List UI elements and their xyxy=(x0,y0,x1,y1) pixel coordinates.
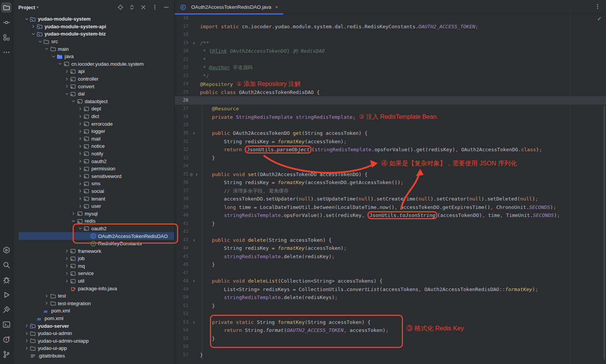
tree-item-yudao-module-system-api[interactable]: yudao-module-system-api xyxy=(19,23,174,31)
chevron-right-icon[interactable] xyxy=(77,189,83,193)
code-line-22[interactable]: 22 * @author 芋道源码 xyxy=(175,63,606,72)
chevron-right-icon[interactable] xyxy=(63,256,70,261)
code-line-56[interactable]: 56 xyxy=(175,343,606,351)
chevron-right-icon[interactable] xyxy=(23,324,30,328)
chevron-right-icon[interactable] xyxy=(77,196,83,201)
chevron-down-icon[interactable] xyxy=(70,99,77,104)
tree-item-test-integration[interactable]: test-integration xyxy=(19,300,174,307)
chevron-right-icon[interactable] xyxy=(77,107,83,111)
more-vertical-icon[interactable] xyxy=(152,4,158,10)
chevron-right-icon[interactable] xyxy=(77,174,83,178)
chevron-down-icon[interactable] xyxy=(37,39,43,44)
chevron-down-icon[interactable] xyxy=(77,226,83,231)
code-line-17[interactable]: 17import static cn.iocoder.yudao.module.… xyxy=(175,23,606,31)
chevron-right-icon[interactable] xyxy=(77,151,83,156)
chevron-right-icon[interactable] xyxy=(44,301,50,306)
tree-item-dal[interactable]: dal xyxy=(19,90,174,98)
chevron-right-icon[interactable] xyxy=(63,279,70,283)
tree-item-main[interactable]: main xyxy=(19,45,174,53)
code-line-27[interactable]: 27 @Resource xyxy=(175,105,606,113)
code-line-50[interactable]: 50 stringRedisTemplate.delete(redisKeys)… xyxy=(175,293,606,302)
chevron-right-icon[interactable] xyxy=(63,84,70,89)
code-line-57[interactable]: 57} xyxy=(175,351,606,359)
tree-item-test[interactable]: test xyxy=(19,292,174,300)
activity-button-git-branch[interactable] xyxy=(1,349,11,359)
chevron-right-icon[interactable] xyxy=(77,181,83,186)
activity-button-structure[interactable] xyxy=(1,32,11,42)
code-line-51[interactable]: 51 } xyxy=(175,302,606,310)
tree-item-src[interactable]: src xyxy=(19,38,174,45)
chevron-right-icon[interactable] xyxy=(23,331,30,336)
code-line-48[interactable]: 48∨ public void deleteList(Collection<St… xyxy=(175,277,606,285)
tree-item-pom-xml[interactable]: mpom.xml xyxy=(19,307,174,315)
locate-icon[interactable] xyxy=(117,4,123,10)
tree-item--gitattributes[interactable]: .gitattributes xyxy=(19,352,174,360)
chevron-right-icon[interactable] xyxy=(23,338,30,343)
code-line-24[interactable]: 24@Repository ① 添加 Repository 注解 xyxy=(175,80,606,88)
code-line-35[interactable]: 35@ ∨ public void set(OAuth2AccessTokenD… xyxy=(175,170,606,179)
code-line-45[interactable]: 45 stringRedisTemplate.delete(redisKey); xyxy=(175,252,606,261)
tree-item-pom-xml[interactable]: mpom.xml xyxy=(19,315,174,322)
chevron-right-icon[interactable] xyxy=(63,69,70,74)
chevron-right-icon[interactable] xyxy=(30,24,37,29)
code-line-16[interactable]: 16 xyxy=(175,14,606,23)
code-line-20[interactable]: 20 * {@link OAuth2AccessTokenDO} 的 Redis… xyxy=(175,47,606,55)
chevron-right-icon[interactable] xyxy=(63,77,70,81)
code-line-53[interactable]: 53∨ private static String formatKey(Stri… xyxy=(175,318,606,327)
fold-arrow-icon[interactable]: ∨ xyxy=(188,236,200,244)
tree-item-job[interactable]: job xyxy=(19,255,174,262)
code-line-23[interactable]: 23 */ xyxy=(175,72,606,80)
tree-item-util[interactable]: util xyxy=(19,277,174,285)
code-line-42[interactable]: 42 xyxy=(175,228,606,236)
tree-item-yudao-ui-app[interactable]: yudao-ui-app xyxy=(19,345,174,352)
tree-item-framework[interactable]: framework xyxy=(19,247,174,255)
close-icon[interactable]: × xyxy=(275,4,279,10)
activity-button-terminal[interactable] xyxy=(1,319,11,330)
code-line-21[interactable]: 21 * xyxy=(175,55,606,64)
fold-arrow-icon[interactable]: ∨ xyxy=(188,318,200,327)
chevron-right-icon[interactable] xyxy=(77,121,83,126)
activity-button-commit[interactable] xyxy=(1,17,11,28)
code-line-47[interactable]: 47 xyxy=(175,269,606,277)
code-line-29[interactable]: 29 xyxy=(175,121,606,129)
tree-item-social[interactable]: social xyxy=(19,188,174,195)
chevron-down-icon[interactable] xyxy=(63,92,70,96)
tree-item-dataobject[interactable]: dataobject xyxy=(19,98,174,105)
tree-item-logger[interactable]: logger xyxy=(19,128,174,135)
tree-item-api[interactable]: api xyxy=(19,68,174,75)
fold-arrow-icon[interactable]: ∨ xyxy=(188,129,200,138)
chevron-right-icon[interactable] xyxy=(63,249,70,253)
project-panel-title[interactable]: Project xyxy=(18,5,35,10)
tree-item-mysql[interactable]: mysql xyxy=(19,210,174,217)
chevron-right-icon[interactable] xyxy=(63,271,70,276)
chevron-down-icon[interactable] xyxy=(57,61,63,66)
code-line-55[interactable]: 55 } xyxy=(175,335,606,343)
tree-item-yudao-module-system-biz[interactable]: yudao-module-system-biz xyxy=(19,30,174,38)
code-line-39[interactable]: 39 long time = LocalDateTimeUtil.between… xyxy=(175,203,606,212)
tree-item-mail[interactable]: mail xyxy=(19,135,174,143)
expand-all-icon[interactable] xyxy=(129,4,135,10)
scrollbar-thumb[interactable] xyxy=(603,106,605,360)
tree-item-controller[interactable]: controller xyxy=(19,75,174,83)
code-line-32[interactable]: 32 return JsonUtils.parseObject(stringRe… xyxy=(175,146,606,154)
activity-button-project-folder[interactable] xyxy=(1,2,11,13)
tree-item-notify[interactable]: notify xyxy=(19,150,174,158)
code-line-41[interactable]: 41 } xyxy=(175,220,606,228)
code-line-54[interactable]: 54 return String.format(OAUTH2_ACCESS_TO… xyxy=(175,326,606,335)
tree-item-cn-iocoder-yudao-module-system[interactable]: cn.iocoder.yudao.module.system xyxy=(19,60,174,68)
code-line-36[interactable]: 36 String redisKey = formatKey(accessTok… xyxy=(175,178,606,187)
activity-button-more-horizontal[interactable] xyxy=(1,47,11,57)
tree-item-yudao-server[interactable]: yudao-server xyxy=(19,322,174,330)
activity-button-build[interactable] xyxy=(1,304,11,315)
tree-item-sensitiveword[interactable]: sensitiveword xyxy=(19,172,174,180)
chevron-down-icon[interactable] xyxy=(44,47,50,51)
code-line-19[interactable]: 19∨/** xyxy=(175,39,606,47)
tree-item-permission[interactable]: permission xyxy=(19,165,174,173)
chevron-down-icon[interactable] xyxy=(70,219,77,223)
code-line-44[interactable]: 44 String redisKey = formatKey(accessTok… xyxy=(175,244,606,252)
tree-item-yudao-ui-admin[interactable]: yudao-ui-admin xyxy=(19,330,174,337)
tree-item-user[interactable]: user xyxy=(19,202,174,210)
fold-arrow-icon[interactable]: ∨ xyxy=(188,39,200,47)
code-line-52[interactable]: 52 xyxy=(175,310,606,318)
code-line-49[interactable]: 49 List<String> redisKeys = CollectionUt… xyxy=(175,285,606,294)
